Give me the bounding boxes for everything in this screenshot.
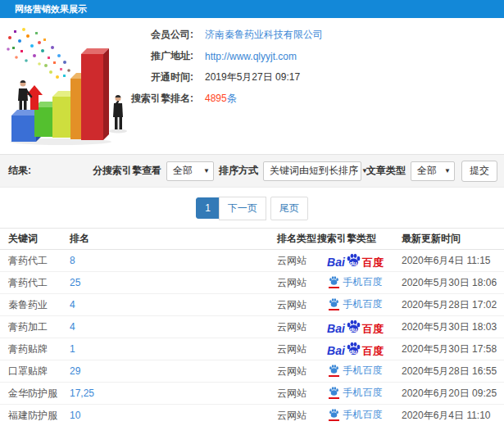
keyword-cell: 膏药加工 (0, 316, 61, 338)
field-promo-url: 推广地址: http://www.qlyyjt.com (129, 49, 323, 63)
updated-cell: 2020年5月28日 17:02 (393, 294, 504, 316)
table-header-row: 关键词 排名 排名类型 搜索引擎类型 最新更新时间 (0, 229, 504, 250)
updated-cell: 2020年6月4日 11:15 (393, 250, 504, 272)
keyword-cell: 口罩贴牌 (0, 360, 61, 383)
baidu-pc-logo: Bai du 百度 (327, 252, 384, 268)
updated-cell: 2020年5月30日 18:03 (393, 316, 504, 338)
baidu-pc-logo: Bai du 百度 (327, 341, 384, 356)
table-row: 膏药加工 4 云网站 Bai du 百度 2020年5月30日 18:03 (0, 316, 504, 338)
promo-url-link[interactable]: http://www.qlyyjt.com (205, 51, 297, 62)
rank-type-cell: 云网站 (269, 338, 317, 360)
rank-link[interactable]: 1 (70, 343, 75, 355)
seo-rank-count-label: 搜索引擎排名: (129, 92, 193, 106)
engine-select[interactable]: 全部 ▼ (166, 161, 214, 181)
rank-cell: 25 (61, 272, 269, 294)
col-header-keyword: 关键词 (0, 229, 61, 250)
table-row: 膏药代工 25 云网站 手机百度 2020年5月30日 18:06 (0, 272, 504, 294)
keyword-cell: 福建防护服 (0, 405, 61, 426)
baidu-mobile-logo: 手机百度 (329, 364, 383, 377)
table-row: 金华防护服 17,25 云网站 手机百度 2020年6月20日 09:25 (0, 383, 504, 405)
engine-cell: Bai du 百度 (317, 338, 393, 360)
baidu-pc-logo: Bai du 百度 (327, 319, 384, 334)
businessman-left (18, 80, 31, 110)
updated-cell: 2020年5月28日 16:55 (393, 360, 504, 383)
rank-count-number: 4895 (205, 93, 227, 104)
submit-button[interactable]: 提交 (461, 161, 497, 182)
next-page-button[interactable]: 下一页 (219, 197, 266, 220)
chevron-down-icon: ▼ (441, 167, 451, 174)
field-open-time: 开通时间: 2019年5月27日 09:17 (129, 70, 323, 84)
col-header-rank: 排名 (61, 229, 269, 250)
rank-type-cell: 云网站 (269, 316, 317, 338)
rank-link[interactable]: 8 (70, 255, 75, 266)
rank-cell: 4 (61, 294, 269, 316)
member-company-label: 会员公司: (129, 28, 193, 42)
rank-link[interactable]: 10 (70, 410, 80, 421)
rank-cell: 17,25 (61, 383, 269, 405)
keyword-cell: 膏药贴牌 (0, 338, 61, 360)
bar-chart-clipart-image (3, 23, 138, 146)
table-row: 秦鲁药业 4 云网站 手机百度 2020年5月28日 17:02 (0, 294, 504, 316)
keyword-cell: 膏药代工 (0, 250, 61, 272)
rank-cell: 4 (61, 316, 269, 338)
company-info-fields: 会员公司: 济南秦鲁药业科技有限公司 推广地址: http://www.qlyy… (129, 28, 323, 113)
rank-link[interactable]: 25 (70, 277, 80, 288)
rank-type-cell: 云网站 (269, 383, 317, 405)
promo-url-label: 推广地址: (129, 49, 193, 63)
page-title: 网络营销效果展示 (15, 4, 87, 14)
rank-link[interactable]: 4 (70, 299, 75, 310)
window-titlebar: 网络营销效果展示 (0, 0, 504, 18)
field-seo-rank-count: 搜索引擎排名: 4895条 (129, 92, 323, 106)
rank-cell: 10 (61, 405, 269, 426)
engine-cell: 手机百度 (317, 383, 393, 405)
page-1-button[interactable]: 1 (196, 197, 220, 219)
rank-type-cell: 云网站 (269, 250, 317, 272)
article-type-label: 文章类型 (366, 164, 406, 178)
sort-select-value: 关键词由短到长排序 (270, 164, 358, 178)
rank-link[interactable]: 29 (70, 365, 80, 377)
table-row: 膏药贴牌 1 云网站 Bai du 百度 2020年5月30日 17:58 (0, 338, 504, 360)
sort-select[interactable]: 关键词由短到长排序 ▼ (263, 161, 361, 181)
col-header-updated: 最新更新时间 (393, 229, 504, 250)
chevron-down-icon: ▼ (200, 167, 210, 174)
baidu-paw-icon (329, 408, 339, 421)
baidu-paw-icon (329, 364, 339, 377)
keyword-cell: 秦鲁药业 (0, 294, 61, 316)
rank-cell: 1 (61, 338, 269, 360)
keyword-cell: 膏药代工 (0, 272, 61, 294)
results-label: 结果: (8, 164, 31, 178)
bar-red (81, 48, 109, 140)
baidu-paw-icon (329, 275, 339, 288)
baidu-mobile-logo: 手机百度 (329, 386, 383, 399)
engine-select-value: 全部 (173, 164, 193, 178)
open-time-value: 2019年5月27日 09:17 (205, 70, 300, 84)
article-type-select[interactable]: 全部 ▼ (411, 161, 455, 181)
confetti-dots (7, 28, 70, 79)
pagination: 1下一页尾页 (0, 188, 504, 228)
filter-controls: 分搜索引擎查看 全部 ▼ 排序方式 关键词由短到长排序 ▼ 文章类型 全部 ▼ … (88, 161, 497, 182)
engine-cell: 手机百度 (317, 294, 393, 316)
last-page-button[interactable]: 尾页 (270, 197, 308, 220)
baidu-paw-icon: du (346, 252, 361, 268)
baidu-paw-icon: du (346, 319, 361, 334)
rank-cell: 8 (61, 250, 269, 272)
table-row: 福建防护服 10 云网站 手机百度 2020年6月4日 11:10 (0, 405, 504, 426)
results-table: 关键词 排名 排名类型 搜索引擎类型 最新更新时间 膏药代工 8 云网站 Bai… (0, 228, 504, 426)
rank-count-unit: 条 (227, 93, 237, 104)
engine-cell: 手机百度 (317, 405, 393, 426)
baidu-paw-icon (329, 297, 339, 310)
businessman-right (113, 95, 123, 129)
rank-type-cell: 云网站 (269, 272, 317, 294)
updated-cell: 2020年6月4日 11:10 (393, 405, 504, 426)
table-row: 口罩贴牌 29 云网站 手机百度 2020年5月28日 16:55 (0, 360, 504, 383)
table-row: 膏药代工 8 云网站 Bai du 百度 2020年6月4日 11:15 (0, 250, 504, 272)
updated-cell: 2020年5月30日 17:58 (393, 338, 504, 360)
member-company-link[interactable]: 济南秦鲁药业科技有限公司 (205, 28, 323, 42)
baidu-mobile-logo: 手机百度 (329, 275, 383, 288)
marketing-clipart (3, 23, 138, 146)
filter-bar: 结果: 分搜索引擎查看 全部 ▼ 排序方式 关键词由短到长排序 ▼ 文章类型 全… (0, 154, 504, 188)
rank-type-cell: 云网站 (269, 405, 317, 426)
rank-link[interactable]: 4 (70, 321, 75, 333)
rank-link[interactable]: 17,25 (70, 387, 94, 399)
seo-rank-count-value: 4895条 (205, 92, 237, 106)
